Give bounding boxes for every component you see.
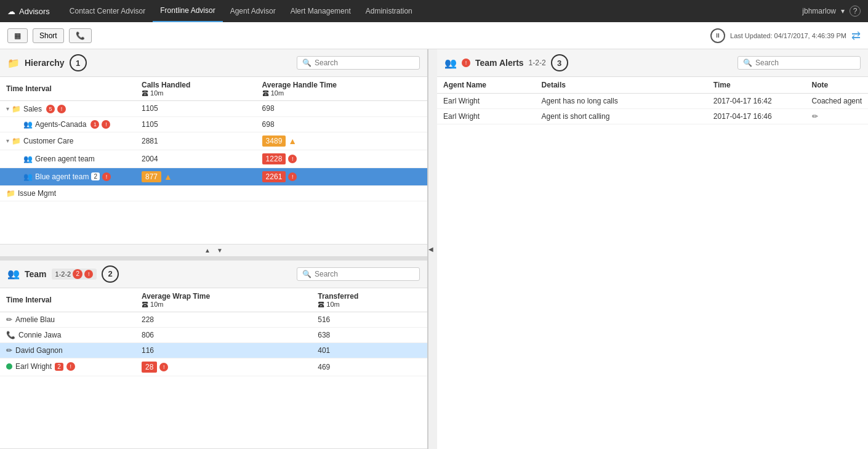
folder-icon: 📁	[12, 105, 21, 113]
team-panel: 👥 Team 1-2-2 2 ! 2 🔍	[0, 261, 427, 449]
nav-frontline[interactable]: Frontline Advisor	[153, 0, 222, 22]
team-search-input[interactable]	[315, 270, 414, 278]
short-btn[interactable]: Short	[33, 28, 64, 43]
table-row[interactable]: Earl Wright Agent has no long calls 2017…	[437, 94, 868, 109]
row-calls: 877 ▲	[135, 168, 256, 185]
hierarchy-panel: 📁 Hierarchy 1 🔍 Time Interval	[0, 49, 427, 257]
alerts-badge: 1-2-2	[529, 59, 546, 67]
col-agent-name: Agent Name	[437, 77, 536, 94]
alert-icon: !	[102, 172, 111, 181]
agent-icon: ✏	[6, 315, 12, 324]
hierarchy-search-box[interactable]: 🔍	[297, 56, 420, 70]
hierarchy-table: Time Interval Calls Handled 🕿 10m Averag…	[0, 77, 427, 201]
col-avg-wrap: Average Wrap Time 🕿 10m	[135, 288, 311, 312]
toolbar: ▦ Short 📞 ⏸ Last Updated: 04/17/2017, 4:…	[0, 22, 868, 49]
pause-btn[interactable]: ⏸	[710, 28, 725, 43]
team-table-wrap: Time Interval Average Wrap Time 🕿 10m Tr…	[0, 288, 427, 448]
last-updated: Last Updated: 04/17/2017, 4:46:39 PM	[730, 32, 846, 39]
table-row[interactable]: Earl Wright 2 ! 28 !	[0, 358, 427, 376]
folder-icon: 📁	[7, 57, 20, 69]
status-dot	[6, 363, 12, 370]
folder-icon: 📁	[12, 137, 21, 145]
team-thead-row: Time Interval Average Wrap Time 🕿 10m Tr…	[0, 288, 427, 312]
row-aht: 698	[256, 116, 427, 132]
pencil-icon[interactable]: ✏	[812, 112, 818, 121]
row-calls: 2004	[135, 150, 256, 168]
alert-note: Coached agent	[806, 94, 868, 109]
alerts-search-input[interactable]	[755, 59, 855, 67]
main-layout: 📁 Hierarchy 1 🔍 Time Interval	[0, 49, 868, 449]
table-row[interactable]: 📁 Issue Mgmt	[0, 185, 427, 201]
row-aht	[256, 185, 427, 201]
row-calls: 1105	[135, 116, 256, 132]
hierarchy-title: Hierarchy	[25, 58, 65, 68]
row-wt: 28 !	[135, 358, 311, 376]
hierarchy-number: 1	[70, 54, 87, 71]
user-dropdown-icon[interactable]: ▾	[841, 7, 845, 15]
team-table: Time Interval Average Wrap Time 🕿 10m Tr…	[0, 288, 427, 376]
row-wt: 228	[135, 312, 311, 327]
table-row[interactable]: 📞 Connie Jawa 806 638	[0, 327, 427, 342]
warn-icon: ▲	[288, 136, 297, 146]
nav-agent[interactable]: Agent Advisor	[223, 0, 283, 22]
alert-agent-name: Earl Wright	[437, 94, 536, 109]
col-calls-handled: Calls Handled 🕿 10m	[135, 77, 256, 101]
agent-team-icon: 👥	[23, 172, 33, 181]
col-time: Time	[707, 77, 806, 94]
col-time-interval: Time Interval	[0, 288, 135, 312]
row-agent-name: ✏ Amelie Blau	[0, 312, 135, 327]
hierarchy-search-icon: 🔍	[302, 59, 311, 67]
alerts-table-wrap: Agent Name Details Time Note Earl Wright…	[437, 77, 868, 449]
phone-btn[interactable]: 📞	[69, 28, 92, 43]
table-row[interactable]: ▾ 📁 Sales 5 ! 1105 698	[0, 101, 427, 117]
team-alert-count: 2	[73, 269, 82, 279]
col-time-interval: Time Interval	[0, 77, 135, 101]
table-row[interactable]: 👥 Blue agent team 2 ! 877 ▲	[0, 168, 427, 185]
team-search-box[interactable]: 🔍	[297, 267, 420, 281]
alerts-search-icon: 🔍	[743, 59, 752, 67]
alerts-title: Team Alerts	[475, 58, 524, 68]
col-aht: Average Handle Time 🕿 10m	[256, 77, 427, 101]
nav-admin[interactable]: Administration	[358, 0, 420, 22]
top-nav: ☁ Advisors Contact Center Advisor Frontl…	[0, 0, 868, 22]
row-aht: 2261 !	[256, 168, 427, 185]
table-row[interactable]: ✏ David Gagnon 116 401	[0, 342, 427, 358]
row-aht: 1228 !	[256, 150, 427, 168]
row-agent-name: ✏ David Gagnon	[0, 342, 135, 358]
alert-icon: !	[57, 105, 66, 113]
expand-icon[interactable]: ▾	[6, 137, 9, 144]
expand-icon[interactable]: ▾	[6, 105, 9, 112]
nav-contact-center[interactable]: Contact Center Advisor	[62, 0, 153, 22]
scroll-down[interactable]: ▼	[217, 247, 223, 254]
hierarchy-header: 📁 Hierarchy 1 🔍	[0, 49, 427, 77]
row-calls: 2881	[135, 132, 256, 150]
alert-badge: 5	[46, 105, 55, 113]
row-aht: 698	[256, 101, 427, 117]
table-row[interactable]: 👥 Agents-Canada 1 ! 1105 698	[0, 116, 427, 132]
table-row[interactable]: 👥 Green agent team 2004 1228 !	[0, 150, 427, 168]
hierarchy-search-input[interactable]	[315, 59, 414, 67]
username[interactable]: jbhmarlow	[802, 7, 836, 15]
alerts-thead-row: Agent Name Details Time Note	[437, 77, 868, 94]
row-name-cell: 👥 Blue agent team 2 !	[0, 168, 135, 185]
help-btn[interactable]: ?	[850, 6, 861, 17]
team-title: Team	[25, 269, 47, 279]
row-calls	[135, 185, 256, 201]
alert-icon: !	[288, 155, 297, 163]
panel-collapse-arrow[interactable]: ◀	[428, 49, 437, 449]
nav-alerts[interactable]: Alert Management	[283, 0, 358, 22]
row-name-cell: 👥 Green agent team	[0, 150, 135, 168]
collapse-icon: ◀	[428, 246, 433, 253]
grid-btn[interactable]: ▦	[7, 28, 28, 43]
alerts-search-box[interactable]: 🔍	[737, 56, 861, 70]
refresh-icon[interactable]: ⇄	[851, 29, 861, 42]
table-row[interactable]: ▾ 📁 Customer Care 2881 3489 ▲	[0, 132, 427, 150]
team-alert-icon: !	[84, 270, 93, 278]
scroll-up[interactable]: ▲	[204, 247, 211, 254]
row-transferred: 516	[311, 312, 427, 327]
warn-icon: ▲	[164, 172, 172, 182]
table-row[interactable]: ✏ Amelie Blau 228 516	[0, 312, 427, 327]
table-row[interactable]: Earl Wright Agent is short calling 2017-…	[437, 109, 868, 124]
alert-details: Agent is short calling	[536, 109, 707, 124]
hierarchy-thead-row: Time Interval Calls Handled 🕿 10m Averag…	[0, 77, 427, 101]
